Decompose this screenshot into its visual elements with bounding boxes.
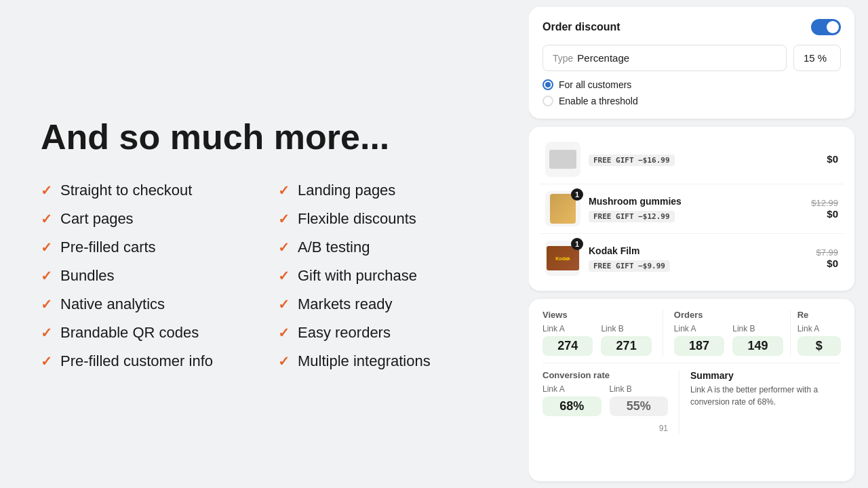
radio-label: Enable a threshold — [559, 96, 638, 106]
type-input[interactable]: Type Percentage — [542, 45, 787, 71]
views-label: Views — [542, 310, 652, 320]
percent-value: 15 — [804, 52, 815, 64]
feature-label: Gift with purchase — [298, 267, 417, 285]
feature-label: Bundles — [60, 267, 115, 285]
item-info: Mushroom gummies FREE GIFT −$12.99 — [589, 196, 803, 222]
radio-group: For all customers Enable a threshold — [542, 79, 841, 106]
feature-easy-reorders: ✓ Easy reorders — [278, 324, 488, 342]
gift-tag: FREE GIFT −$16.99 — [589, 155, 675, 166]
feature-straight-to-checkout: ✓ Straight to checkout — [41, 182, 251, 199]
views-b-value: 271 — [601, 336, 651, 356]
gift-item-row: FREE GIFT −$16.99 $0 — [540, 135, 844, 184]
revenue-link-a: Link A $ — [797, 324, 841, 356]
item-price: $12.99 $0 — [811, 198, 838, 220]
feature-landing-pages: ✓ Landing pages — [278, 182, 488, 199]
check-icon: ✓ — [41, 239, 52, 256]
left-panel: And so much more... ✓ Straight to checko… — [0, 0, 529, 488]
features-right-col: ✓ Landing pages ✓ Flexible discounts ✓ A… — [278, 182, 488, 370]
views-link-a: Link A 274 — [542, 324, 593, 356]
item-price: $0 — [827, 153, 838, 165]
views-a-value: 274 — [542, 336, 593, 356]
check-icon: ✓ — [278, 239, 290, 256]
feature-label: Landing pages — [298, 182, 395, 199]
feature-native-analytics: ✓ Native analytics — [41, 296, 251, 313]
radio-threshold[interactable]: Enable a threshold — [542, 96, 841, 106]
order-discount-title: Order discount — [542, 21, 620, 33]
check-icon: ✓ — [41, 325, 52, 341]
analytics-top: Views Link A 274 Link B 271 Orders L — [542, 310, 841, 356]
conv-link-a: Link A 68% — [542, 384, 601, 416]
feature-multiple-integrations: ✓ Multiple integrations — [278, 352, 488, 370]
check-icon: ✓ — [278, 296, 290, 312]
feature-label: Markets ready — [298, 296, 392, 313]
feature-ab-testing: ✓ A/B testing — [278, 239, 488, 256]
order-discount-card: Order discount Type Percentage 15 % For … — [529, 7, 854, 119]
orders-a-value: 187 — [674, 336, 724, 356]
feature-markets-ready: ✓ Markets ready — [278, 296, 488, 313]
radio-all-customers[interactable]: For all customers — [542, 79, 841, 90]
feature-label: Straight to checkout — [60, 182, 192, 199]
price-original: $12.99 — [811, 198, 838, 208]
revenue-a-value: $ — [797, 336, 841, 356]
feature-label: Brandable QR codes — [60, 324, 199, 342]
item-thumbnail-wrap — [545, 142, 580, 177]
check-icon: ✓ — [41, 296, 52, 312]
item-name: Mushroom gummies — [589, 196, 803, 207]
gift-tag: FREE GIFT −$12.99 — [589, 211, 675, 222]
item-thumbnail-wrap: 1 — [545, 191, 580, 226]
revenue-truncated: Re Link A $ — [790, 310, 841, 356]
price-final: $0 — [827, 258, 838, 269]
feature-label: Pre-filled carts — [60, 239, 156, 256]
analytics-bottom: Conversion rate Link A 68% Link B 55% 91 — [542, 370, 841, 434]
link-b-name: Link B — [610, 384, 669, 394]
link-b-name: Link B — [601, 324, 651, 333]
percent-input[interactable]: 15 % — [793, 45, 841, 71]
check-icon: ✓ — [278, 353, 290, 369]
feature-label: Easy reorders — [298, 324, 391, 342]
conversion-link-row: Link A 68% Link B 55% — [542, 384, 668, 416]
main-heading: And so much more... — [41, 118, 488, 157]
percent-symbol: % — [818, 52, 827, 64]
feature-label: Pre-filled customer info — [60, 352, 213, 370]
item-thumb-placeholder — [549, 150, 576, 169]
page-number-area: 91 — [542, 422, 668, 434]
conv-a-value: 68% — [542, 396, 601, 416]
link-a-name: Link A — [542, 324, 593, 333]
radio-label: For all customers — [559, 79, 631, 90]
revenue-label: Re — [797, 310, 841, 320]
item-info: FREE GIFT −$16.99 — [589, 153, 818, 166]
check-icon: ✓ — [41, 268, 52, 284]
conversion-section: Conversion rate Link A 68% Link B 55% 91 — [542, 370, 668, 434]
link-a-name: Link A — [542, 384, 601, 394]
check-icon: ✓ — [278, 211, 290, 227]
feature-flexible-discounts: ✓ Flexible discounts — [278, 210, 488, 228]
revenue-link-row: Link A $ — [797, 324, 841, 356]
gift-items-card: FREE GIFT −$16.99 $0 1 Mushroom gummies … — [529, 127, 854, 291]
gift-item-row: 1 Mushroom gummies FREE GIFT −$12.99 $12… — [540, 184, 844, 234]
check-icon: ✓ — [41, 182, 52, 199]
feature-label: Multiple integrations — [298, 352, 431, 370]
check-icon: ✓ — [41, 211, 52, 227]
check-icon: ✓ — [278, 182, 290, 199]
feature-prefilled-carts: ✓ Pre-filled carts — [41, 239, 251, 256]
item-badge: 1 — [571, 188, 583, 201]
conv-b-value: 55% — [610, 396, 669, 416]
check-icon: ✓ — [41, 353, 52, 369]
orders-section: Orders Link A 187 Link B 149 — [663, 310, 783, 356]
divider — [542, 363, 841, 363]
type-value: Percentage — [577, 52, 629, 64]
orders-label: Orders — [674, 310, 783, 320]
page-number: 91 — [659, 424, 668, 433]
item-badge: 1 — [571, 238, 583, 250]
gift-item-row: 1 Kodak Film FREE GIFT −$9.99 $7.99 $0 — [540, 234, 844, 283]
views-section: Views Link A 274 Link B 271 — [542, 310, 652, 356]
card-header: Order discount — [542, 19, 841, 35]
link-a-name: Link A — [797, 324, 841, 333]
conversion-label: Conversion rate — [542, 370, 668, 380]
views-link-b: Link B 271 — [601, 324, 651, 356]
type-label: Type — [553, 53, 573, 64]
right-panel: Order discount Type Percentage 15 % For … — [529, 0, 868, 488]
discount-toggle[interactable] — [811, 19, 841, 35]
conv-link-b: Link B 55% — [610, 384, 669, 416]
feature-gift-with-purchase: ✓ Gift with purchase — [278, 267, 488, 285]
